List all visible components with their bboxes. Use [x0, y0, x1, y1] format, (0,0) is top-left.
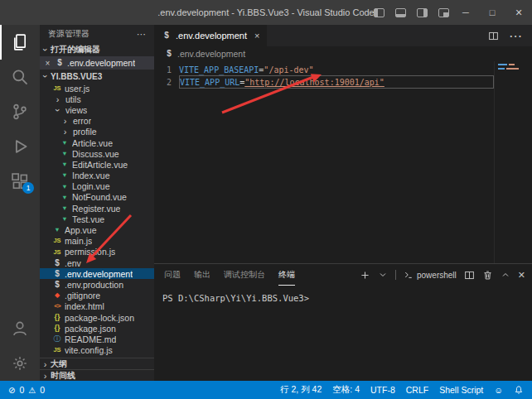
tree-item-.env[interactable]: $.env [40, 257, 154, 268]
indentation-setting[interactable]: 空格: 4 [332, 384, 360, 396]
tree-item-NotFound.vue[interactable]: ▼NotFound.vue [40, 192, 154, 203]
toggle-panel-icon[interactable] [395, 8, 406, 17]
timeline-section-header[interactable]: › 时间线 [40, 369, 154, 381]
language-mode[interactable]: Shell Script [439, 385, 483, 395]
tree-item-Register.vue[interactable]: ▼Register.vue [40, 203, 154, 214]
tree-item-user.js[interactable]: JSuser.js [40, 83, 154, 94]
feedback-smiley-icon[interactable]: ☺ [494, 385, 503, 395]
minimize-button[interactable]: ─ [452, 0, 479, 25]
tree-item-.gitignore[interactable]: ◆.gitignore [40, 291, 154, 301]
settings-gear-icon[interactable] [0, 346, 40, 381]
explorer-icon[interactable] [0, 25, 40, 60]
tree-item-Article.vue[interactable]: ▼Article.vue [40, 137, 154, 148]
tree-item-package.json[interactable]: {}package.json [40, 323, 154, 334]
minimap[interactable] [494, 61, 532, 263]
chevron-right-icon: › [40, 359, 51, 369]
panel-tab-0[interactable]: 问题 [164, 264, 181, 286]
outline-section-header[interactable]: › 大纲 [40, 358, 154, 369]
code-line-2[interactable]: 2VITE_APP_URL="http://localhost:19001/ap… [154, 76, 494, 89]
problems-status[interactable]: ⊘ 0 ⚠ 0 [8, 385, 45, 395]
project-section-header[interactable]: › YI.BBS.VUE3 [40, 70, 154, 83]
chevron-right-icon: › [40, 371, 51, 381]
customize-layout-icon[interactable] [438, 8, 449, 17]
close-panel-icon[interactable]: ✕ [518, 270, 525, 281]
breadcrumb[interactable]: $ .env.development [154, 46, 532, 61]
run-debug-icon[interactable] [0, 129, 40, 164]
tree-item-Discuss.vue[interactable]: ▼Discuss.vue [40, 148, 154, 159]
close-icon[interactable]: × [254, 31, 259, 41]
panel-tabs: 问题输出调试控制台终端 [164, 264, 308, 286]
split-editor-icon[interactable] [488, 31, 499, 41]
maximize-panel-icon[interactable] [501, 270, 510, 280]
source-control-icon[interactable] [0, 94, 40, 129]
open-editor-label: .env.development [67, 58, 135, 68]
accounts-icon[interactable] [0, 311, 40, 346]
notifications-bell-icon[interactable] [514, 385, 524, 395]
env-file-icon: $ [52, 259, 62, 267]
tree-item-index.html[interactable]: <>index.html [40, 301, 154, 312]
code-area[interactable]: 1VITE_APP_BASEAPI="/api-dev"2VITE_APP_UR… [154, 61, 494, 89]
tree-item-utils[interactable]: ›utils [40, 94, 154, 104]
terminal-shell-picker[interactable]: powershell [404, 270, 457, 280]
tree-item-.env.development[interactable]: $.env.development [40, 268, 154, 279]
vue-file-icon: ▼ [60, 205, 70, 212]
file-label: views [65, 105, 87, 115]
toggle-sidebar-icon[interactable] [374, 8, 384, 17]
encoding-setting[interactable]: UTF-8 [370, 385, 395, 395]
new-terminal-icon[interactable] [360, 270, 370, 281]
more-actions-icon[interactable]: ⋯ [509, 28, 522, 44]
file-tree: JSuser.js›utils›views›error›profile▼Arti… [40, 83, 154, 358]
split-terminal-icon[interactable] [464, 270, 475, 281]
vue-file-icon: ▼ [60, 140, 70, 147]
close-icon[interactable]: × [43, 59, 52, 68]
status-bar: ⊘ 0 ⚠ 0 行 2, 列 42 空格: 4 UTF-8 CRLF Shell… [0, 381, 532, 399]
launch-profile-chevron-icon[interactable] [378, 270, 388, 280]
tree-item-main.js[interactable]: JSmain.js [40, 236, 154, 247]
minimap-line [498, 68, 529, 70]
panel-tab-2[interactable]: 调试控制台 [224, 264, 265, 286]
json-file-icon: {} [52, 314, 62, 321]
title-bar: .env.development - Yi.BBS.Vue3 - Visual … [0, 0, 532, 25]
terminal-output[interactable]: PS D:\CSharp\Yi\Yi.BBS.Vue3> [154, 286, 532, 310]
tree-item-error[interactable]: ›error [40, 116, 154, 127]
tree-item-views[interactable]: ›views [40, 104, 154, 115]
tree-item-Index.vue[interactable]: ▼Index.vue [40, 171, 154, 181]
eol-setting[interactable]: CRLF [406, 385, 428, 395]
tree-item-package-lock.json[interactable]: {}package-lock.json [40, 312, 154, 323]
close-button[interactable]: ✕ [505, 0, 532, 25]
tree-item-.env.production[interactable]: $.env.production [40, 279, 154, 290]
code-token: "http://localhost:19001/api" [244, 78, 384, 87]
tree-item-permission.js[interactable]: JSpermission.js [40, 247, 154, 257]
panel-tab-1[interactable]: 输出 [194, 264, 210, 286]
extensions-icon[interactable]: 1 [0, 164, 40, 199]
warning-count: 0 [40, 385, 45, 395]
tree-item-README.md[interactable]: ⓘREADME.md [40, 334, 154, 344]
tree-item-EditArticle.vue[interactable]: ▼EditArticle.vue [40, 159, 154, 170]
tree-item-Login.vue[interactable]: ▼Login.vue [40, 181, 154, 192]
warning-icon: ⚠ [28, 386, 36, 395]
kill-terminal-trash-icon[interactable] [482, 270, 493, 281]
code-line-1[interactable]: 1VITE_APP_BASEAPI="/api-dev" [154, 64, 494, 76]
open-editor-item[interactable]: × $ .env.development [40, 56, 154, 70]
cursor-position[interactable]: 行 2, 列 42 [280, 384, 322, 396]
tree-item-vite.config.js[interactable]: JSvite.config.js [40, 345, 154, 356]
tree-item-App.vue[interactable]: ▼App.vue [40, 224, 154, 235]
breadcrumb-item[interactable]: .env.development [177, 49, 245, 59]
more-actions-icon[interactable]: ⋯ [137, 29, 146, 40]
tab-env-development[interactable]: $ .env.development × [154, 25, 267, 46]
vue-file-icon: ▼ [60, 161, 70, 168]
file-label: .gitignore [65, 291, 100, 300]
toggle-secondary-sidebar-icon[interactable] [417, 8, 428, 17]
open-editors-label: 打开的编辑器 [51, 44, 100, 55]
tree-item-profile[interactable]: ›profile [40, 127, 154, 137]
explorer-title: 资源管理器 [48, 28, 89, 40]
panel-tab-3[interactable]: 终端 [278, 264, 295, 286]
file-label: index.html [65, 301, 104, 311]
json-file-icon: {} [52, 324, 62, 332]
tree-item-Test.vue[interactable]: ▼Test.vue [40, 214, 154, 224]
maximize-button[interactable]: □ [479, 0, 505, 25]
open-editors-header[interactable]: › 打开的编辑器 [40, 43, 154, 56]
file-label: Test.vue [72, 214, 104, 224]
file-label: Article.vue [72, 138, 113, 148]
search-icon[interactable] [0, 60, 40, 94]
